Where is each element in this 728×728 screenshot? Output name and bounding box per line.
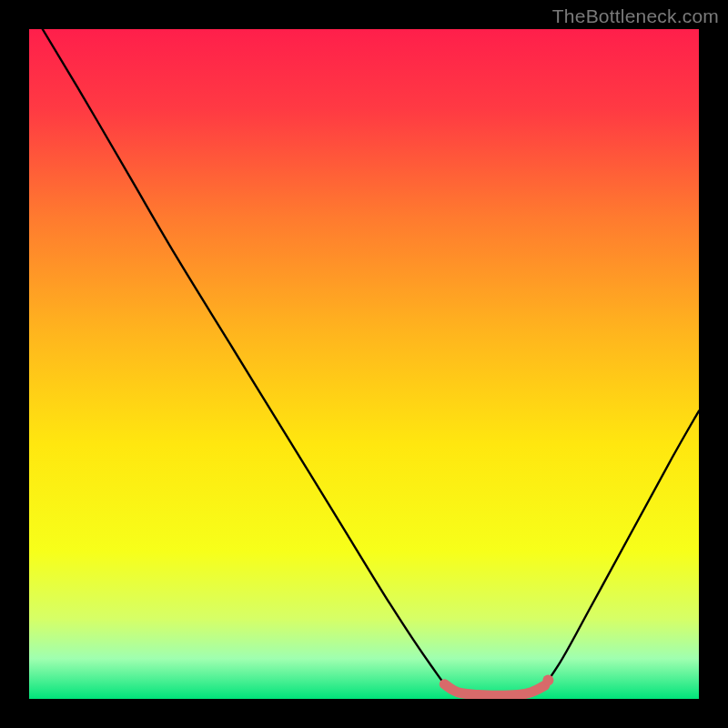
plot-area [29,29,699,699]
highlight-dot [542,674,553,685]
heatmap-background [29,29,699,699]
watermark-text: TheBottleneck.com [552,5,719,27]
bottleneck-chart [29,29,699,699]
chart-frame: TheBottleneck.com [0,0,728,728]
